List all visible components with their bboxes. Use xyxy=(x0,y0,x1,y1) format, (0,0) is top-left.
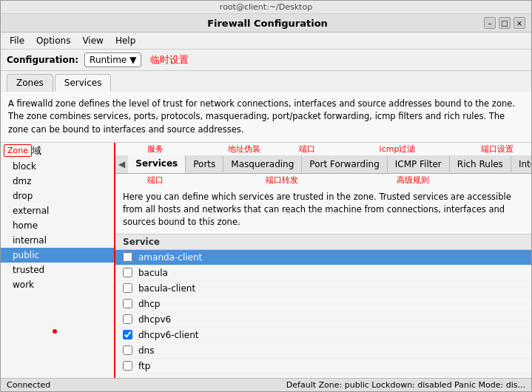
zone-item-dmz[interactable]: dmz xyxy=(1,174,114,189)
ann-services: 服务 xyxy=(133,143,178,155)
zone-item-internal[interactable]: internal xyxy=(1,233,114,248)
service-name-dhcpv6: dhcpv6 xyxy=(138,314,171,325)
service-checkbox-bacula[interactable] xyxy=(123,268,132,277)
config-dropdown[interactable]: Runtime ▼ xyxy=(84,53,141,67)
service-name-dhcp: dhcp xyxy=(138,299,160,309)
inner-tab-icmp-filter[interactable]: ICMP Filter xyxy=(388,156,450,172)
inner-tab-rich-rules[interactable]: Rich Rules xyxy=(450,156,511,172)
inner-tab-masquerading[interactable]: Masquerading xyxy=(223,156,302,172)
service-checkbox-dhcpv6-client[interactable] xyxy=(123,330,132,339)
service-checkbox-bacula-client[interactable] xyxy=(123,283,132,293)
service-row-dhcpv6-client[interactable]: dhcpv6-client xyxy=(115,328,531,343)
zone-item-public[interactable]: public xyxy=(1,248,114,263)
zone-item-work[interactable]: work xyxy=(1,277,114,292)
config-annotation: 临时设置 xyxy=(150,53,189,67)
service-name-bacula-client: bacula-client xyxy=(138,283,195,294)
ann-ports2: 端口 xyxy=(133,175,178,186)
service-name-amanda-client: amanda-client xyxy=(138,252,202,263)
service-row-bacula[interactable]: bacula xyxy=(115,266,531,281)
ann-icmp: icmp过滤 xyxy=(371,143,423,155)
zone-item-trusted[interactable]: trusted xyxy=(1,263,114,277)
close-button[interactable]: × xyxy=(514,17,525,29)
main-window: root@client:~/Desktop Firewall Configura… xyxy=(0,0,532,392)
main-content: Zone 域 block dmz drop external home inte… xyxy=(1,143,531,378)
inner-tab-interfaces[interactable]: Interfaces xyxy=(511,156,531,172)
zone-description: A firewalld zone defines the level of tr… xyxy=(1,92,531,143)
zone-list: block dmz drop external home internal pu… xyxy=(1,159,114,378)
menu-options[interactable]: Options xyxy=(30,34,76,47)
menu-help[interactable]: Help xyxy=(110,34,141,47)
zone-item-block[interactable]: block xyxy=(1,159,114,174)
menu-bar: File Options View Help xyxy=(1,33,531,50)
right-panel: 服务 地址伪装 端口 icmp过滤 端口设置 ◀ Services Ports … xyxy=(115,143,531,378)
inner-tab-ports[interactable]: Ports xyxy=(186,156,223,172)
status-bar: Connected Default Zone: public Lockdown:… xyxy=(1,378,531,391)
ann-masquerade: 地址伪装 xyxy=(215,143,274,155)
zone-panel: Zone 域 block dmz drop external home inte… xyxy=(1,143,115,378)
service-checkbox-dhcp[interactable] xyxy=(123,299,132,308)
services-description: Here you can define which services are t… xyxy=(115,186,531,234)
service-checkbox-amanda-client[interactable] xyxy=(123,252,132,262)
service-row-bacula-client[interactable]: bacula-client xyxy=(115,281,531,297)
inner-tab-port-forwarding[interactable]: Port Forwarding xyxy=(302,156,387,172)
zone-annotation: 域 xyxy=(32,144,41,158)
zone-item-home[interactable]: home xyxy=(1,218,114,233)
service-checkbox-dns[interactable] xyxy=(123,345,132,355)
maximize-button[interactable]: □ xyxy=(499,17,511,29)
outer-tabs: Zones Services xyxy=(1,71,531,92)
zone-indicator-dot xyxy=(53,329,57,334)
tab-zones[interactable]: Zones xyxy=(7,74,53,92)
menu-view[interactable]: View xyxy=(76,34,109,47)
service-name-bacula: bacula xyxy=(138,268,168,278)
tabs-arrow-left[interactable]: ◀ xyxy=(115,156,128,172)
service-row-ftp[interactable]: ftp xyxy=(115,359,531,374)
window-title: Firewall Configuration xyxy=(51,18,484,29)
services-col-header: Service xyxy=(115,234,531,250)
title-bar: Firewall Configuration – □ × xyxy=(1,14,531,33)
inner-tabs-wrapper: 服务 地址伪装 端口 icmp过滤 端口设置 ◀ Services Ports … xyxy=(115,143,531,186)
menu-file[interactable]: File xyxy=(4,34,30,47)
config-label: Configuration: xyxy=(7,55,78,65)
zone-item-drop[interactable]: drop xyxy=(1,189,114,203)
status-left: Connected xyxy=(7,380,50,390)
config-bar: Configuration: Runtime ▼ 临时设置 xyxy=(1,50,531,71)
service-name-dns: dns xyxy=(138,345,154,356)
inner-tabs: ◀ Services Ports Masquerading Port Forwa… xyxy=(115,155,531,174)
service-row-dhcpv6[interactable]: dhcpv6 xyxy=(115,312,531,328)
service-checkbox-dhcpv6[interactable] xyxy=(123,314,132,324)
zone-item-external[interactable]: external xyxy=(1,203,114,218)
remote-title: root@client:~/Desktop xyxy=(1,1,531,14)
service-row-dns[interactable]: dns xyxy=(115,343,531,359)
service-name-ftp: ftp xyxy=(138,361,150,371)
zone-header: Zone 域 xyxy=(1,143,114,159)
ann-rich-rules: 高级规则 xyxy=(387,175,439,186)
ann-ports: 端口 xyxy=(289,143,326,155)
ann-port-setting: 端口设置 xyxy=(469,143,514,155)
minimize-button[interactable]: – xyxy=(484,17,496,29)
service-row-amanda-client[interactable]: amanda-client xyxy=(115,250,531,266)
service-checkbox-ftp[interactable] xyxy=(123,361,132,371)
ann-port-forwarding: 端口转发 xyxy=(252,175,312,186)
inner-tab-services[interactable]: Services xyxy=(128,155,186,173)
service-name-dhcpv6-client: dhcpv6-client xyxy=(138,330,198,340)
zone-label: Zone xyxy=(4,144,32,157)
tab-services[interactable]: Services xyxy=(55,74,112,92)
service-row-dhcp[interactable]: dhcp xyxy=(115,297,531,312)
services-list: amanda-client bacula bacula-client dhcp … xyxy=(115,250,531,379)
window-controls: – □ × xyxy=(484,17,525,29)
status-right: Default Zone: public Lockdown: disabled … xyxy=(286,380,525,390)
